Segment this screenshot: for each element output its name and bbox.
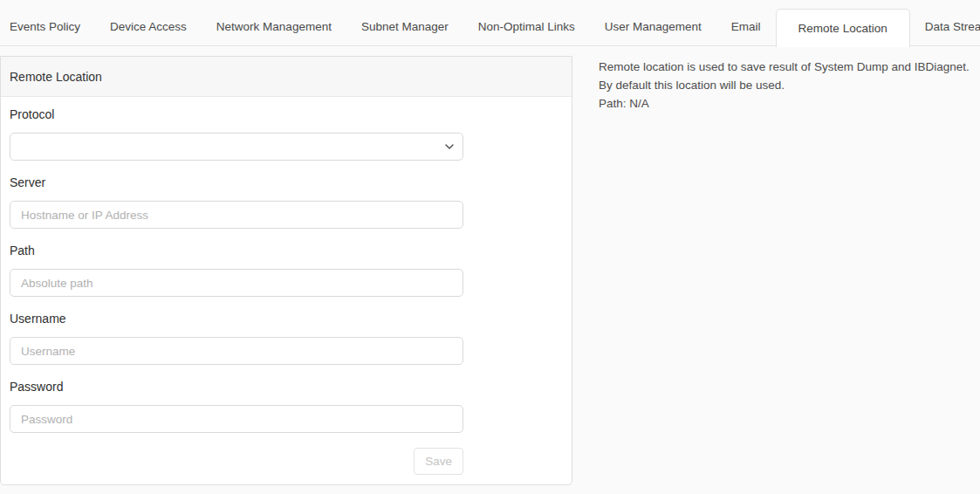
protocol-label: Protocol: [10, 108, 563, 120]
help-line-2: By default this location will be used.: [599, 76, 970, 94]
remote-location-panel: Remote Location Protocol Server Path: [0, 56, 572, 485]
tab-events-policy[interactable]: Events Policy: [0, 0, 95, 47]
server-field: Server: [10, 176, 563, 229]
server-input[interactable]: [10, 201, 463, 229]
tab-remote-location[interactable]: Remote Location: [776, 9, 910, 47]
content-area: Remote Location Protocol Server Path: [0, 47, 980, 485]
tab-email[interactable]: Email: [716, 0, 776, 47]
tab-network-management[interactable]: Network Management: [202, 0, 346, 47]
help-line-3: Path: N/A: [599, 94, 970, 113]
tab-list: Events Policy Device Access Network Mana…: [0, 0, 980, 47]
tab-user-management[interactable]: User Management: [590, 0, 716, 47]
path-label: Path: [10, 244, 563, 257]
path-field: Path: [10, 244, 563, 297]
password-label: Password: [10, 381, 563, 393]
tab-subnet-manager[interactable]: Subnet Manager: [346, 0, 463, 47]
tab-non-optimal-links[interactable]: Non-Optimal Links: [463, 0, 590, 47]
username-label: Username: [10, 312, 563, 325]
protocol-select[interactable]: [10, 133, 463, 161]
username-field: Username: [10, 312, 563, 365]
remote-location-form: Protocol Server Path Username: [1, 97, 572, 484]
tab-data-streaming[interactable]: Data Strea: [910, 0, 980, 47]
settings-tab-bar: Events Policy Device Access Network Mana…: [0, 0, 980, 47]
server-label: Server: [10, 176, 563, 189]
panel-title: Remote Location: [1, 57, 572, 97]
password-input[interactable]: [10, 405, 463, 433]
password-field: Password: [10, 381, 563, 433]
help-text: Remote location is used to save result o…: [599, 58, 970, 113]
protocol-field: Protocol: [10, 108, 563, 161]
help-line-1: Remote location is used to save result o…: [599, 58, 970, 76]
protocol-select-wrap: [10, 133, 463, 161]
tab-device-access[interactable]: Device Access: [95, 0, 202, 47]
save-button[interactable]: Save: [414, 448, 463, 475]
path-input[interactable]: [10, 269, 463, 297]
username-input[interactable]: [10, 337, 463, 365]
save-row: Save: [10, 448, 463, 475]
